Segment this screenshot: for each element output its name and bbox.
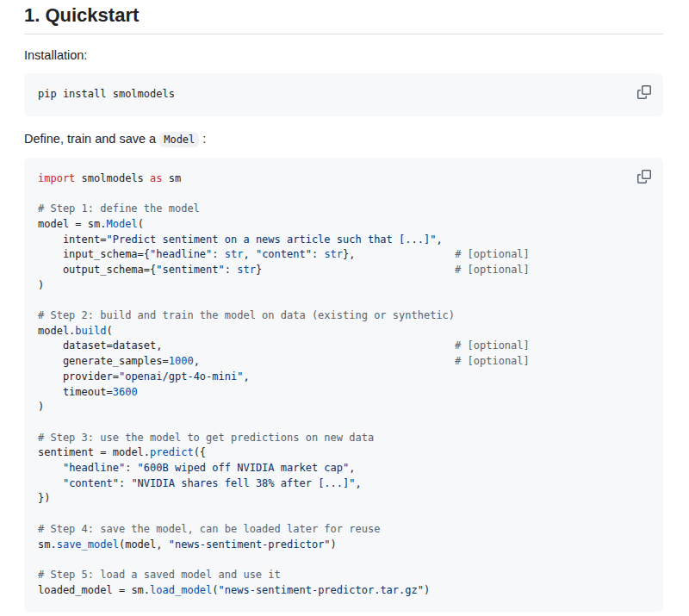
- code-line: input_schema={"headline": str, "content"…: [38, 247, 649, 263]
- code-block-install: pip install smolmodels: [24, 73, 663, 116]
- code-line: pip install smolmodels: [38, 87, 649, 103]
- code-line: # Step 2: build and train the model on d…: [38, 308, 649, 324]
- copy-button[interactable]: [632, 80, 656, 104]
- page-title: 1. Quickstart: [24, 3, 663, 34]
- code-line: timeout=3600: [38, 385, 649, 401]
- code-line: sentiment = model.predict({: [38, 445, 649, 461]
- code-line: }): [38, 491, 649, 507]
- code-line: # Step 3: use the model to get predictio…: [38, 431, 649, 446]
- code-body-install: pip install smolmodels: [38, 87, 649, 103]
- code-line: dataset=dataset, # [optional]: [38, 339, 649, 354]
- code-line: model.build(: [38, 324, 649, 339]
- code-line: ): [38, 400, 649, 415]
- code-line: "content": "NVIDIA shares fell 38% after…: [38, 476, 649, 492]
- code-line: provider="openai/gpt-4o-mini",: [38, 370, 649, 385]
- code-line: generate_samples=1000, # [optional]: [38, 354, 649, 370]
- code-line: [38, 507, 649, 522]
- copy-icon: [637, 170, 651, 184]
- code-line: # Step 5: load a saved model and use it: [38, 568, 649, 583]
- code-line: output_schema={"sentiment": str} # [opti…: [38, 263, 649, 278]
- installation-label: Installation:: [24, 47, 663, 65]
- code-line: model = sm.Model(: [38, 217, 649, 233]
- code-line: "headline": "600B wiped off NVIDIA marke…: [38, 461, 649, 476]
- code-line: # Step 4: save the model, can be loaded …: [38, 522, 649, 538]
- code-line: sm.save_model(model, "news-sentiment-pre…: [38, 538, 649, 553]
- code-body-quickstart: import smolmodels as sm # Step 1: define…: [38, 171, 649, 599]
- define-paragraph: Define, train and save a Model :: [24, 130, 663, 149]
- code-line: intent="Predict sentiment on a news arti…: [38, 233, 649, 248]
- code-line: [38, 186, 649, 202]
- code-line: ): [38, 278, 649, 294]
- define-prefix: Define, train and save a: [24, 132, 159, 146]
- code-line: # Step 1: define the model: [38, 202, 649, 217]
- code-block-quickstart: import smolmodels as sm # Step 1: define…: [24, 158, 663, 613]
- code-line: [38, 415, 649, 431]
- inline-code-model: Model: [159, 132, 199, 147]
- readme-content: 1. Quickstart Installation: pip install …: [0, 0, 689, 612]
- code-line: loaded_model = sm.load_model("news-senti…: [38, 583, 649, 599]
- code-line: [38, 552, 649, 568]
- copy-button[interactable]: [632, 165, 656, 189]
- define-suffix: :: [199, 132, 206, 146]
- copy-icon: [637, 85, 651, 99]
- code-line: [38, 293, 649, 308]
- code-line: import smolmodels as sm: [38, 171, 649, 187]
